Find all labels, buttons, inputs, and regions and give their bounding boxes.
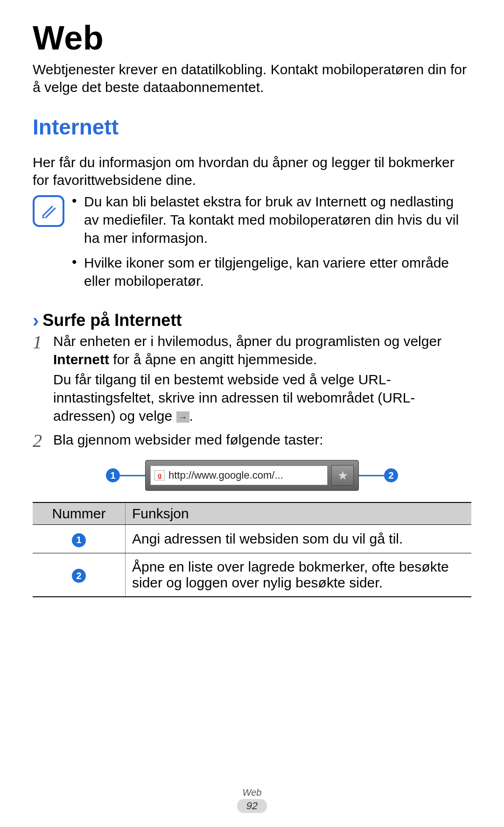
bookmarks-button[interactable]: ★: [331, 465, 354, 486]
note-text: Du kan bli belastet ekstra for bruk av I…: [84, 192, 471, 247]
svg-line-0: [43, 206, 52, 216]
footer-category: Web: [0, 787, 504, 798]
footer-page-number: 92: [237, 799, 267, 813]
bullet-icon: •: [72, 254, 84, 290]
col-number: Nummer: [33, 502, 126, 525]
url-text: http://www.google.com/...: [168, 469, 283, 481]
text: for å åpne en angitt hjemmeside.: [109, 352, 317, 367]
steps-list: 1 Når enheten er i hvilemodus, åpner du …: [33, 332, 471, 451]
step-2-text: Bla gjennom websider med følgende taster…: [53, 431, 323, 449]
table-row: 2 Åpne en liste over lagrede bokmerker, …: [33, 553, 471, 597]
text: Du får tilgang til en bestemt webside ve…: [53, 372, 415, 424]
manual-page: Web Webtjenester krever en datatilkoblin…: [0, 0, 504, 827]
text: Når enheten er i hvilemodus, åpner du pr…: [53, 333, 441, 349]
note-icon: [33, 195, 64, 227]
step-number: 1: [33, 332, 53, 427]
go-arrow-icon: →: [176, 411, 189, 423]
bullet-icon: •: [72, 192, 84, 247]
subsection-title: Surfe på Internett: [42, 311, 182, 330]
note-item: • Du kan bli belastet ekstra for bruk av…: [72, 192, 471, 247]
callout-line: [359, 475, 384, 476]
page-title: Web: [33, 19, 471, 57]
text-bold: Internett: [53, 352, 109, 367]
table-row: 1 Angi adressen til websiden som du vil …: [33, 525, 471, 553]
note-block: • Du kan bli belastet ekstra for bruk av…: [33, 192, 471, 297]
callout-2: 2: [384, 468, 398, 482]
note-text: Hvilke ikoner som er tilgjengelige, kan …: [84, 254, 471, 290]
url-input[interactable]: g http://www.google.com/...: [150, 466, 328, 485]
favicon-icon: g: [154, 470, 165, 481]
callout-1: 1: [106, 468, 120, 482]
star-icon: ★: [337, 468, 348, 483]
col-function: Funksjon: [126, 502, 472, 525]
table-header-row: Nummer Funksjon: [33, 502, 471, 525]
row-text: Åpne en liste over lagrede bokmerker, of…: [126, 553, 472, 597]
page-intro: Webtjenester krever en datatilkobling. K…: [33, 61, 471, 96]
section-intro: Her får du informasjon om hvordan du åpn…: [33, 154, 471, 189]
browser-url-bar: g http://www.google.com/... ★: [145, 460, 359, 491]
function-table: Nummer Funksjon 1 Angi adressen til webs…: [33, 502, 471, 597]
chevron-icon: ›: [33, 311, 39, 330]
note-list: • Du kan bli belastet ekstra for bruk av…: [72, 192, 471, 297]
callout-line: [120, 475, 145, 476]
row-badge-1: 1: [72, 533, 86, 547]
row-text: Angi adressen til websiden som du vil gå…: [126, 525, 472, 553]
step-1: 1 Når enheten er i hvilemodus, åpner du …: [33, 332, 471, 427]
svg-line-1: [46, 208, 55, 218]
step-1-para-1: Når enheten er i hvilemodus, åpner du pr…: [53, 332, 471, 368]
step-2: 2 Bla gjennom websider med følgende tast…: [33, 431, 471, 451]
row-badge-2: 2: [72, 569, 86, 583]
section-heading-internett: Internett: [33, 114, 471, 140]
url-bar-figure: 1 g http://www.google.com/... ★ 2: [33, 460, 471, 491]
step-1-para-2: Du får tilgang til en bestemt webside ve…: [53, 370, 471, 425]
text: .: [189, 408, 193, 424]
subsection-heading: › Surfe på Internett: [33, 311, 471, 330]
step-number: 2: [33, 431, 53, 451]
page-footer: Web 92: [0, 787, 504, 813]
note-item: • Hvilke ikoner som er tilgjengelige, ka…: [72, 254, 471, 290]
